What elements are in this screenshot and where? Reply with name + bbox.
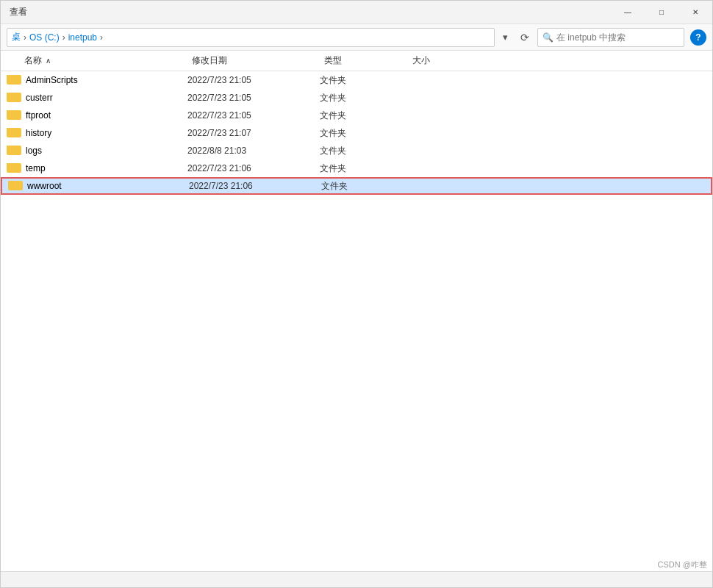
folder-icon-6 xyxy=(8,179,23,193)
breadcrumb-sep3: › xyxy=(100,32,103,43)
table-row[interactable]: history 2022/7/23 21:07 文件夹 xyxy=(1,124,712,142)
table-row[interactable]: custerr 2022/7/23 21:05 文件夹 xyxy=(1,89,712,107)
address-bar: 桌 › OS (C:) › inetpub › ▾ ⟳ 🔍 ? xyxy=(1,24,712,51)
file-type: 文件夹 xyxy=(320,92,408,104)
breadcrumb-area[interactable]: 桌 › OS (C:) › inetpub › xyxy=(7,28,495,47)
file-type: 文件夹 xyxy=(320,110,408,122)
table-row[interactable]: AdminScripts 2022/7/23 21:05 文件夹 xyxy=(1,71,712,89)
file-name: wwwroot xyxy=(27,181,189,191)
file-date: 2022/7/23 21:06 xyxy=(189,181,321,191)
file-name: temp xyxy=(26,163,187,173)
title-bar: 查看 — □ ✕ xyxy=(1,1,712,24)
watermark: CSDN @咋整 xyxy=(658,559,707,570)
folder-icon-5 xyxy=(7,161,21,176)
file-type: 文件夹 xyxy=(320,145,408,157)
col-header-type[interactable]: 类型 xyxy=(324,54,412,67)
sort-arrow: ∧ xyxy=(46,57,51,65)
window-title: 查看 xyxy=(10,6,27,18)
file-name: custerr xyxy=(26,93,187,103)
col-header-size[interactable]: 大小 xyxy=(412,54,471,67)
file-name: ftproot xyxy=(26,110,187,121)
file-date: 2022/7/23 21:05 xyxy=(187,110,320,121)
col-header-date[interactable]: 修改日期 xyxy=(192,54,324,67)
close-button[interactable]: ✕ xyxy=(678,1,712,24)
file-type: 文件夹 xyxy=(320,127,408,140)
breadcrumb-inetpub[interactable]: inetpub xyxy=(68,32,97,43)
folder-icon-1 xyxy=(7,90,21,105)
file-type: 文件夹 xyxy=(320,162,408,175)
main-area: 名称 ∧ 修改日期 类型 大小 AdminScripts 2022/7/23 2… xyxy=(1,51,712,571)
file-list-header: 名称 ∧ 修改日期 类型 大小 xyxy=(1,51,712,71)
file-type: 文件夹 xyxy=(321,180,409,193)
table-row[interactable]: wwwroot 2022/7/23 21:06 文件夹 xyxy=(1,177,712,195)
breadcrumb-sep1: › xyxy=(24,32,26,43)
table-row[interactable]: ftproot 2022/7/23 21:05 文件夹 xyxy=(1,107,712,124)
file-list-area: 名称 ∧ 修改日期 类型 大小 AdminScripts 2022/7/23 2… xyxy=(1,51,712,571)
file-type: 文件夹 xyxy=(320,74,408,87)
address-dropdown[interactable]: ▾ xyxy=(498,28,512,47)
file-name: AdminScripts xyxy=(26,75,187,85)
search-box[interactable]: 🔍 xyxy=(537,28,684,47)
breadcrumb-sep2: › xyxy=(62,32,65,43)
maximize-button[interactable]: □ xyxy=(645,1,678,24)
table-row[interactable]: temp 2022/7/23 21:06 文件夹 xyxy=(1,159,712,177)
table-row[interactable]: logs 2022/8/8 21:03 文件夹 xyxy=(1,142,712,159)
file-date: 2022/7/23 21:06 xyxy=(187,163,320,173)
folder-icon-3 xyxy=(7,126,21,140)
file-date: 2022/8/8 21:03 xyxy=(187,146,320,156)
file-date: 2022/7/23 21:07 xyxy=(187,128,320,138)
help-button[interactable]: ? xyxy=(690,29,706,46)
title-bar-controls: — □ ✕ xyxy=(611,1,712,24)
file-list: AdminScripts 2022/7/23 21:05 文件夹 custerr… xyxy=(1,71,712,571)
col-header-name[interactable]: 名称 ∧ xyxy=(1,54,192,67)
minimize-button[interactable]: — xyxy=(611,1,645,24)
status-bar xyxy=(1,571,712,587)
breadcrumb-desktop[interactable]: 桌 xyxy=(12,31,21,43)
search-input[interactable] xyxy=(556,32,679,43)
file-date: 2022/7/23 21:05 xyxy=(187,75,320,85)
file-date: 2022/7/23 21:05 xyxy=(187,93,320,103)
folder-icon-2 xyxy=(7,108,21,123)
breadcrumb-c-drive[interactable]: OS (C:) xyxy=(29,32,60,43)
folder-icon-0 xyxy=(7,73,21,87)
explorer-window: 查看 — □ ✕ 桌 › OS (C:) › inetpub › ▾ ⟳ 🔍 ? xyxy=(0,0,713,588)
refresh-button[interactable]: ⟳ xyxy=(515,28,534,47)
file-name: logs xyxy=(26,146,187,156)
search-icon: 🔍 xyxy=(542,32,553,43)
file-name: history xyxy=(26,128,187,138)
folder-icon-4 xyxy=(7,143,21,158)
